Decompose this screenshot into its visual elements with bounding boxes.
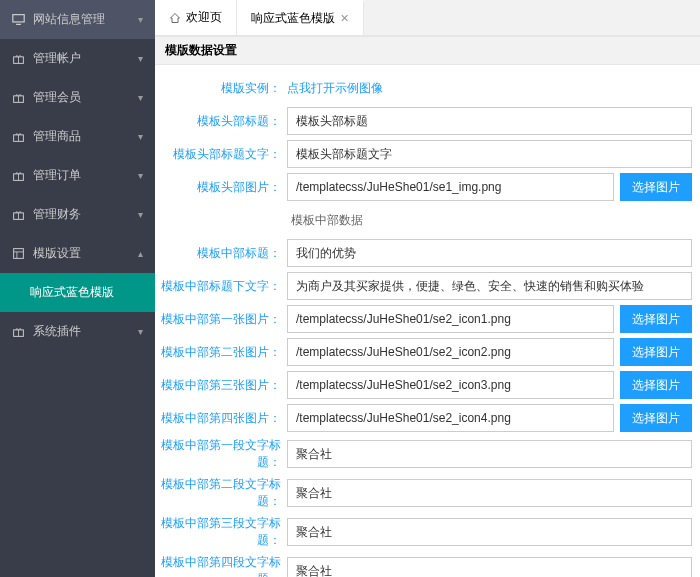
gift-icon [12, 130, 25, 143]
chevron-down-icon: ▾ [138, 170, 143, 181]
sidebar-sub-label: 响应式蓝色模版 [30, 284, 114, 301]
gift-icon [12, 208, 25, 221]
gift-icon [12, 325, 25, 338]
sidebar-label: 管理订单 [33, 167, 81, 184]
close-icon[interactable]: ✕ [340, 12, 349, 25]
input-mid-txt-title1[interactable] [287, 440, 692, 468]
gift-icon [12, 52, 25, 65]
tab-welcome[interactable]: 欢迎页 [155, 0, 237, 35]
input-mid-txt-title2[interactable] [287, 479, 692, 507]
btn-select-mid-img4[interactable]: 选择图片 [620, 404, 692, 432]
input-mid-img3[interactable] [287, 371, 614, 399]
svg-rect-0 [13, 15, 24, 22]
sidebar-label: 管理会员 [33, 89, 81, 106]
sidebar-item-account[interactable]: 管理帐户 ▾ [0, 39, 155, 78]
btn-select-mid-img1[interactable]: 选择图片 [620, 305, 692, 333]
monitor-icon [12, 13, 25, 26]
sidebar-item-blue-template[interactable]: 响应式蓝色模版 [0, 273, 155, 312]
tab-bar: 欢迎页 响应式蓝色模版 ✕ [155, 0, 700, 36]
sidebar-item-member[interactable]: 管理会员 ▾ [0, 78, 155, 117]
sidebar-item-template[interactable]: 模版设置 ▴ [0, 234, 155, 273]
tab-blue-template[interactable]: 响应式蓝色模版 ✕ [237, 0, 364, 35]
label-mid-img3: 模板中部第三张图片： [159, 377, 287, 394]
label-mid-img2: 模板中部第二张图片： [159, 344, 287, 361]
label-mid-title: 模板中部标题： [159, 245, 287, 262]
input-head-title[interactable] [287, 107, 692, 135]
label-mid-title-sub: 模板中部标题下文字： [159, 278, 287, 295]
chevron-down-icon: ▾ [138, 14, 143, 25]
btn-select-mid-img3[interactable]: 选择图片 [620, 371, 692, 399]
gift-icon [12, 169, 25, 182]
label-head-image: 模板头部图片： [159, 179, 287, 196]
text-mid-data: 模板中部数据 [287, 212, 363, 229]
tab-label: 欢迎页 [186, 9, 222, 26]
btn-select-head-image[interactable]: 选择图片 [620, 173, 692, 201]
label-mid-img1: 模板中部第一张图片： [159, 311, 287, 328]
sidebar-item-goods[interactable]: 管理商品 ▾ [0, 117, 155, 156]
sidebar-item-finance[interactable]: 管理财务 ▾ [0, 195, 155, 234]
chevron-down-icon: ▾ [138, 209, 143, 220]
label-head-subtitle: 模板头部标题文字： [159, 146, 287, 163]
input-mid-txt-title3[interactable] [287, 518, 692, 546]
gift-icon [12, 91, 25, 104]
sidebar-item-plugin[interactable]: 系统插件 ▾ [0, 312, 155, 351]
label-mid-img4: 模板中部第四张图片： [159, 410, 287, 427]
template-icon [12, 247, 25, 260]
input-head-image[interactable] [287, 173, 614, 201]
sidebar-label: 网站信息管理 [33, 11, 105, 28]
input-mid-img4[interactable] [287, 404, 614, 432]
sidebar: 网站信息管理 ▾ 管理帐户 ▾ 管理会员 ▾ 管理商品 ▾ 管理订单 ▾ 管理财… [0, 0, 155, 577]
sidebar-item-site-info[interactable]: 网站信息管理 ▾ [0, 0, 155, 39]
input-mid-title[interactable] [287, 239, 692, 267]
input-mid-img2[interactable] [287, 338, 614, 366]
sidebar-label: 管理财务 [33, 206, 81, 223]
chevron-down-icon: ▾ [138, 326, 143, 337]
label-mid-txt-title2: 模板中部第二段文字标题： [159, 476, 287, 510]
home-icon [169, 12, 181, 24]
chevron-down-icon: ▾ [138, 131, 143, 142]
section-title: 模版数据设置 [155, 36, 700, 65]
btn-select-mid-img2[interactable]: 选择图片 [620, 338, 692, 366]
tab-label: 响应式蓝色模版 [251, 10, 335, 27]
label-head-title: 模板头部标题： [159, 113, 287, 130]
chevron-down-icon: ▾ [138, 92, 143, 103]
input-mid-title-sub[interactable] [287, 272, 692, 300]
svg-rect-12 [14, 249, 24, 259]
label-example: 模版实例： [159, 80, 287, 97]
sidebar-label: 管理帐户 [33, 50, 81, 67]
input-mid-txt-title4[interactable] [287, 557, 692, 577]
label-mid-txt-title1: 模板中部第一段文字标题： [159, 437, 287, 471]
sidebar-label: 系统插件 [33, 323, 81, 340]
label-mid-txt-title4: 模板中部第四段文字标题： [159, 554, 287, 577]
form-area: 模版实例：点我打开示例图像 模板头部标题： 模板头部标题文字： 模板头部图片：选… [155, 65, 700, 577]
main-area: 欢迎页 响应式蓝色模版 ✕ 模版数据设置 模版实例：点我打开示例图像 模板头部标… [155, 0, 700, 577]
sidebar-label: 模版设置 [33, 245, 81, 262]
chevron-up-icon: ▴ [138, 248, 143, 259]
chevron-down-icon: ▾ [138, 53, 143, 64]
sidebar-label: 管理商品 [33, 128, 81, 145]
link-open-example[interactable]: 点我打开示例图像 [287, 80, 383, 97]
input-mid-img1[interactable] [287, 305, 614, 333]
label-mid-txt-title3: 模板中部第三段文字标题： [159, 515, 287, 549]
input-head-subtitle[interactable] [287, 140, 692, 168]
sidebar-item-order[interactable]: 管理订单 ▾ [0, 156, 155, 195]
